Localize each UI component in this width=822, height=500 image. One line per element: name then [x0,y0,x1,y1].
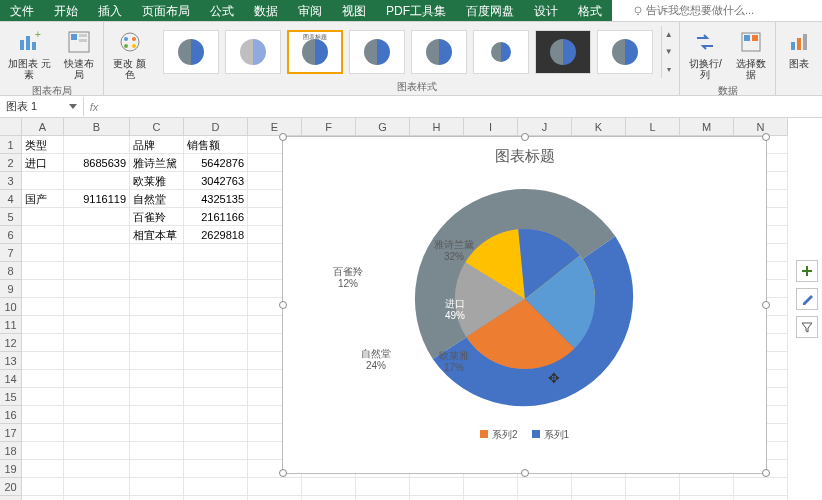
tab-data[interactable]: 数据 [244,0,288,21]
row-header[interactable]: 2 [0,154,22,172]
worksheet-area[interactable]: ABCDEFGHIJKLMN 1234567891011121314151617… [0,118,822,500]
cell[interactable] [130,280,184,298]
cell[interactable] [302,478,356,496]
cell[interactable] [64,208,130,226]
cell[interactable] [184,424,248,442]
cell[interactable] [64,496,130,500]
cell[interactable] [464,478,518,496]
cell[interactable] [184,334,248,352]
row-header[interactable]: 20 [0,478,22,496]
row-header[interactable]: 15 [0,388,22,406]
cell[interactable] [22,406,64,424]
col-header[interactable]: F [302,118,356,136]
cell[interactable] [518,478,572,496]
cell[interactable] [130,478,184,496]
cell[interactable] [22,172,64,190]
row-header[interactable]: 18 [0,442,22,460]
name-box[interactable]: 图表 1 [0,97,84,116]
row-header[interactable]: 12 [0,334,22,352]
col-header[interactable]: B [64,118,130,136]
tab-baidu[interactable]: 百度网盘 [456,0,524,21]
chart-style-6[interactable] [473,30,529,74]
row-header[interactable]: 16 [0,406,22,424]
cell[interactable] [184,280,248,298]
cell[interactable] [130,352,184,370]
chart-title[interactable]: 图表标题 [283,137,766,170]
cell[interactable] [410,496,464,500]
cell[interactable] [184,388,248,406]
cell[interactable] [22,262,64,280]
cell[interactable] [64,298,130,316]
cell[interactable] [680,496,734,500]
cell[interactable] [64,316,130,334]
chart-elements-button[interactable] [796,260,818,282]
cell[interactable] [130,388,184,406]
cell[interactable] [184,370,248,388]
cell[interactable] [184,496,248,500]
cell[interactable] [184,298,248,316]
cell[interactable] [184,478,248,496]
tab-review[interactable]: 审阅 [288,0,332,21]
tell-me-hint[interactable]: 告诉我您想要做什么... [612,0,764,21]
cell[interactable]: 销售额 [184,136,248,154]
row-header[interactable]: 21 [0,496,22,500]
cell[interactable] [518,496,572,500]
cell[interactable] [302,496,356,500]
cell[interactable] [22,226,64,244]
cell[interactable] [734,496,788,500]
cell[interactable] [64,262,130,280]
cell[interactable] [130,298,184,316]
gallery-down-button[interactable]: ▼ [662,43,675,60]
cell[interactable] [184,244,248,262]
cell[interactable] [64,334,130,352]
cell[interactable] [184,316,248,334]
cell[interactable] [734,478,788,496]
cell[interactable] [130,370,184,388]
cell[interactable] [356,496,410,500]
cell[interactable] [64,370,130,388]
cell[interactable] [22,334,64,352]
cell[interactable]: 进口 [22,154,64,172]
tab-format[interactable]: 格式 [568,0,612,21]
cell[interactable] [64,172,130,190]
chart-styles-button[interactable] [796,288,818,310]
cell[interactable] [130,334,184,352]
row-header[interactable]: 11 [0,316,22,334]
chart-style-1[interactable] [163,30,219,74]
col-header[interactable]: M [680,118,734,136]
cell[interactable]: 自然堂 [130,190,184,208]
cell[interactable]: 雅诗兰黛 [130,154,184,172]
col-header[interactable]: N [734,118,788,136]
chart-style-8[interactable] [597,30,653,74]
cell[interactable] [680,478,734,496]
cell[interactable] [130,316,184,334]
col-header[interactable]: C [130,118,184,136]
cell[interactable] [130,406,184,424]
cell[interactable] [22,298,64,316]
cell[interactable] [64,442,130,460]
change-colors-button[interactable]: 更改 颜色 [108,26,151,82]
tab-pdf[interactable]: PDF工具集 [376,0,456,21]
gallery-up-button[interactable]: ▲ [662,26,675,43]
cell[interactable]: 百雀羚 [130,208,184,226]
cell[interactable]: 国产 [22,190,64,208]
cell[interactable] [64,424,130,442]
cell[interactable] [22,316,64,334]
select-data-button[interactable]: 选择数据 [731,26,771,82]
cell[interactable] [22,424,64,442]
col-header[interactable]: A [22,118,64,136]
cell[interactable]: 4325135 [184,190,248,208]
cell[interactable] [64,244,130,262]
cell[interactable] [22,442,64,460]
resize-handle-sw[interactable] [279,469,287,477]
chart-filter-button[interactable] [796,316,818,338]
cell[interactable] [22,280,64,298]
row-header[interactable]: 13 [0,352,22,370]
cell[interactable] [248,478,302,496]
cell[interactable] [22,370,64,388]
cell[interactable] [464,496,518,500]
col-header[interactable]: I [464,118,518,136]
col-header[interactable]: H [410,118,464,136]
cell[interactable] [130,262,184,280]
cell[interactable] [626,478,680,496]
